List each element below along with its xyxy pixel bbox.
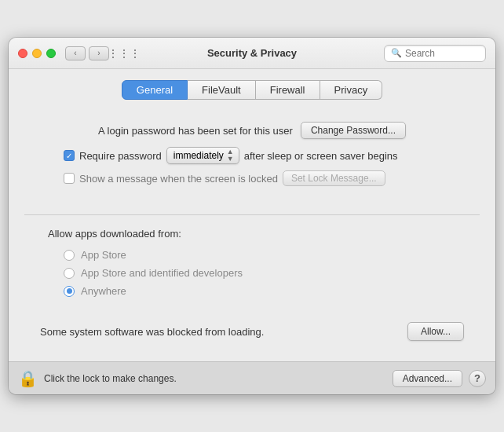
radio-anywhere[interactable] xyxy=(64,286,75,297)
minimize-button[interactable] xyxy=(32,49,42,58)
radio-app-store[interactable] xyxy=(64,250,75,261)
radio-anywhere-label: Anywhere xyxy=(81,285,126,297)
section-divider xyxy=(24,214,480,215)
set-lock-message-button[interactable]: Set Lock Message... xyxy=(283,170,385,186)
lock-message-row: Show a message when the screen is locked… xyxy=(40,170,464,186)
immediately-dropdown[interactable]: immediately ▲▼ xyxy=(166,147,239,164)
tab-general[interactable]: General xyxy=(122,80,188,100)
lock-icon[interactable]: 🔒 xyxy=(18,369,38,388)
dropdown-arrows-icon: ▲▼ xyxy=(227,148,234,163)
immediately-value: immediately xyxy=(173,150,224,161)
login-section: A login password has been set for this u… xyxy=(24,114,480,202)
show-message-label: Show a message when the screen is locked xyxy=(79,173,278,185)
radio-app-store-dev-label: App Store and identified developers xyxy=(81,267,243,279)
back-button[interactable]: ‹ xyxy=(65,46,86,60)
help-button[interactable]: ? xyxy=(469,370,486,387)
maximize-button[interactable] xyxy=(46,49,56,58)
radio-app-store-dev[interactable] xyxy=(64,268,75,279)
radio-app-store-label: App Store xyxy=(81,249,126,261)
radio-row-app-store-dev: App Store and identified developers xyxy=(64,267,464,279)
after-sleep-text: after sleep or screen saver begins xyxy=(244,150,398,162)
tab-filevault[interactable]: FileVault xyxy=(188,80,256,100)
traffic-lights xyxy=(18,49,56,58)
allow-apps-title: Allow apps downloaded from: xyxy=(40,228,464,240)
login-row: A login password has been set for this u… xyxy=(40,122,464,139)
blocked-text: Some system software was blocked from lo… xyxy=(40,326,264,338)
footer: 🔒 Click the lock to make changes. Advanc… xyxy=(9,361,495,394)
allow-button[interactable]: Allow... xyxy=(407,322,464,341)
grid-button[interactable]: ⋮⋮⋮ xyxy=(114,46,134,60)
allow-apps-section: Allow apps downloaded from: App Store Ap… xyxy=(24,228,480,313)
titlebar: ‹ › ⋮⋮⋮ Security & Privacy 🔍 xyxy=(9,38,495,69)
close-button[interactable] xyxy=(18,49,27,58)
content-area: General FileVault Firewall Privacy A log… xyxy=(9,69,495,361)
login-password-text: A login password has been set for this u… xyxy=(98,125,293,137)
require-password-label: Require password xyxy=(79,150,162,162)
tab-privacy[interactable]: Privacy xyxy=(320,80,383,100)
show-message-checkbox[interactable] xyxy=(64,173,75,184)
footer-text: Click the lock to make changes. xyxy=(44,373,393,384)
change-password-button[interactable]: Change Password... xyxy=(301,122,406,139)
radio-row-anywhere: Anywhere xyxy=(64,285,464,297)
blocked-section: Some system software was blocked from lo… xyxy=(24,313,480,350)
search-box[interactable]: 🔍 xyxy=(384,45,486,62)
window: ‹ › ⋮⋮⋮ Security & Privacy 🔍 General Fil… xyxy=(9,38,495,394)
window-title: Security & Privacy xyxy=(207,47,297,59)
require-password-checkbox[interactable]: ✓ xyxy=(64,150,75,161)
radio-row-app-store: App Store xyxy=(64,249,464,261)
search-icon: 🔍 xyxy=(391,48,402,58)
forward-button[interactable]: › xyxy=(89,46,109,60)
tab-bar: General FileVault Firewall Privacy xyxy=(24,80,480,100)
require-password-row: ✓ Require password immediately ▲▼ after … xyxy=(40,147,464,164)
advanced-button[interactable]: Advanced... xyxy=(393,370,462,387)
search-input[interactable] xyxy=(405,48,479,59)
nav-buttons: ‹ › xyxy=(65,46,109,60)
tab-firewall[interactable]: Firewall xyxy=(256,80,320,100)
radio-group: App Store App Store and identified devel… xyxy=(40,249,464,297)
